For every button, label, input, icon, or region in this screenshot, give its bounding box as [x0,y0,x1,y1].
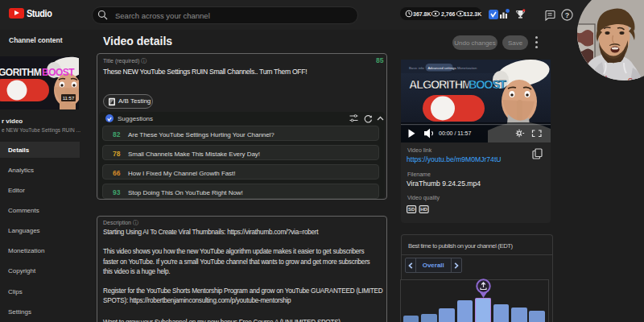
svg-text:HD: HD [420,207,427,212]
svg-text:Basic info: Basic info [409,66,424,70]
svg-text:?: ? [565,11,570,19]
svg-text:BOOST: BOOST [469,78,506,91]
svg-text:11:57: 11:57 [63,96,75,101]
svg-text:Monetization: Monetization [457,66,477,70]
svg-text:G: G [628,76,633,84]
svg-text:GORITHM: GORITHM [0,67,42,78]
svg-text:M: M [602,75,608,82]
svg-text:SD: SD [408,207,415,212]
svg-text:ALGORITHM: ALGORITHM [409,78,472,91]
svg-text:00:00 / 11:57: 00:00 / 11:57 [439,130,471,136]
svg-text:BOOST: BOOST [42,67,75,78]
svg-text:Advanced settings: Advanced settings [428,66,456,70]
